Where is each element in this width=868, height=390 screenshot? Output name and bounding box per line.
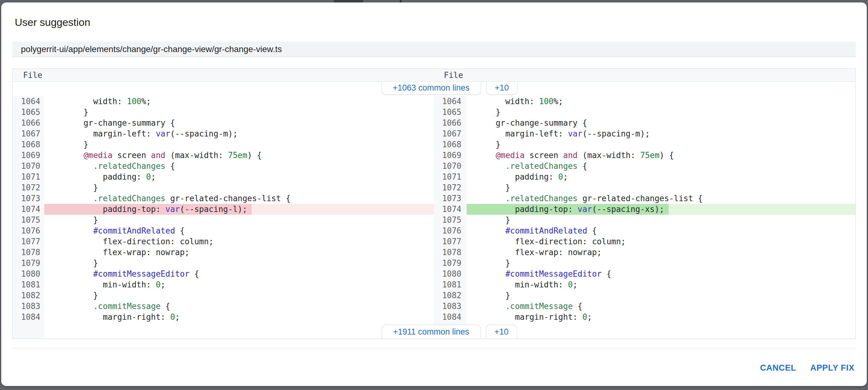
code-line: flex-direction: column; (44, 236, 434, 247)
line-number: 1073 (434, 193, 467, 204)
code-line: } (467, 290, 856, 301)
line-number: 1076 (434, 225, 467, 236)
user-suggestion-dialog: User suggestion polygerrit-ui/app/elemen… (1, 2, 867, 386)
line-number: 1067 (12, 129, 44, 139)
line-number: 1069 (12, 150, 44, 161)
code-line: } (44, 215, 434, 225)
page-title: User suggestion (15, 16, 856, 28)
line-number: 1076 (12, 225, 44, 236)
code-line: } (467, 183, 856, 193)
code-line: flex-wrap: nowrap; (467, 247, 856, 258)
line-number: 1064 (434, 96, 467, 107)
line-number: 1065 (434, 107, 467, 118)
expand-row-bottom: +1911 common lines +10 (12, 323, 856, 339)
expand-more-bottom-button[interactable]: +10 (486, 325, 517, 339)
line-number: 1067 (434, 129, 467, 139)
code-line: @media screen and (max-width: 75em) { (467, 150, 856, 161)
code-line: } (44, 139, 434, 150)
code-line: margin-left: var(--spacing-m); (44, 129, 434, 139)
line-number: 1065 (12, 107, 44, 118)
line-number: 1072 (12, 183, 44, 193)
line-number: 1071 (434, 172, 467, 183)
code-line: } (44, 183, 434, 193)
apply-fix-button[interactable]: APPLY FIX (810, 363, 855, 373)
code-line: flex-wrap: nowrap; (44, 247, 434, 258)
line-number: 1077 (12, 236, 44, 247)
code-line: .commitMessage { (467, 301, 856, 312)
line-number: 1068 (12, 139, 44, 150)
code-line: } (467, 139, 856, 150)
line-number: 1079 (12, 258, 44, 269)
line-number: 1081 (12, 279, 44, 290)
code-line: } (44, 290, 434, 301)
code-line: min-width: 0; (467, 279, 856, 290)
line-number: 1079 (434, 258, 467, 269)
code-line: } (44, 107, 434, 118)
code-line: padding-top: var(--spacing-xs); (467, 204, 856, 215)
code-line: } (467, 215, 856, 225)
line-number: 1074 (12, 204, 44, 215)
code-line: padding: 0; (467, 172, 856, 183)
left-file-header: File (12, 69, 434, 82)
code-line: #commitMessageEditor { (467, 269, 856, 279)
code-line: .relatedChanges { (467, 161, 856, 172)
line-number: 1080 (12, 269, 44, 279)
line-number: 1081 (434, 279, 467, 290)
code-line: padding: 0; (44, 172, 434, 183)
line-number: 1083 (12, 301, 44, 312)
line-number: 1064 (12, 96, 44, 107)
code-line: gr-change-summary { (44, 118, 434, 129)
line-number: 1066 (12, 118, 44, 129)
code-line: min-width: 0; (44, 279, 434, 290)
code-line: .relatedChanges gr-related-changes-list … (467, 193, 856, 204)
code-line: #commitAndRelated { (467, 225, 856, 236)
diff-table: File File +1063 common lines +10 1064 wi… (12, 68, 856, 339)
code-line: margin-right: 0; (44, 312, 434, 323)
expand-common-lines-top-button[interactable]: +1063 common lines (381, 82, 481, 94)
code-line: } (467, 258, 856, 269)
code-line: #commitAndRelated { (44, 225, 434, 236)
line-number: 1069 (434, 150, 467, 161)
line-number: 1072 (434, 183, 467, 193)
code-line: padding-top: var(--spacing-l); (44, 204, 434, 215)
right-file-header: File (434, 69, 856, 82)
line-number: 1082 (434, 290, 467, 301)
code-line: margin-right: 0; (467, 312, 856, 323)
line-number: 1070 (434, 161, 467, 172)
code-line: @media screen and (max-width: 75em) { (44, 150, 434, 161)
line-number: 1078 (12, 247, 44, 258)
diff-header: File File (12, 69, 856, 82)
line-number: 1080 (434, 269, 467, 279)
dialog-footer: CANCEL APPLY FIX (12, 349, 856, 373)
cancel-button[interactable]: CANCEL (760, 363, 796, 373)
line-number: 1082 (12, 290, 44, 301)
code-line: .relatedChanges gr-related-changes-list … (44, 193, 434, 204)
expand-common-lines-bottom-button[interactable]: +1911 common lines (382, 325, 481, 339)
line-number: 1075 (12, 215, 44, 225)
code-line: flex-direction: column; (467, 236, 856, 247)
line-number: 1077 (434, 236, 467, 247)
code-line: width: 100%; (44, 96, 434, 107)
code-line: gr-change-summary { (467, 118, 856, 129)
expand-more-top-button[interactable]: +10 (486, 82, 518, 94)
line-number: 1083 (434, 301, 467, 312)
code-line: .relatedChanges { (44, 161, 434, 172)
line-number: 1066 (434, 118, 467, 129)
file-path-bar: polygerrit-ui/app/elements/change/gr-cha… (12, 41, 856, 57)
line-number: 1075 (434, 215, 467, 225)
line-number: 1084 (12, 312, 44, 323)
code-line: #commitMessageEditor { (44, 269, 434, 279)
line-number: 1078 (434, 247, 467, 258)
line-number: 1073 (12, 193, 44, 204)
diff-body: 1064 width: 100%;1064 width: 100%;1065 }… (12, 96, 856, 323)
code-line: } (467, 107, 856, 118)
line-number: 1068 (434, 139, 467, 150)
expand-row-top: +1063 common lines +10 (12, 82, 856, 96)
code-line: } (44, 258, 434, 269)
line-number: 1084 (434, 312, 467, 323)
code-line: .commitMessage { (44, 301, 434, 312)
code-line: width: 100%; (467, 96, 856, 107)
line-number: 1070 (12, 161, 44, 172)
line-number: 1074 (434, 204, 467, 215)
code-line: margin-left: var(--spacing-m); (467, 129, 856, 139)
